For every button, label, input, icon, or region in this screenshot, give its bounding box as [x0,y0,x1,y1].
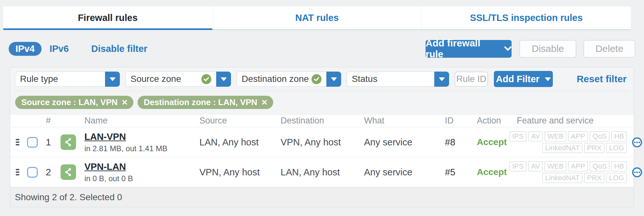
header-name: Name [81,116,196,126]
active-filter-chips: Source zone : LAN, VPN ✕ Destination zon… [15,91,629,114]
firewall-rules-panel: Rule type Source zone Destinat [10,67,634,207]
feature-badge: PRX [584,173,604,183]
destination-zone-dropdown[interactable]: Destination zone [236,72,341,87]
destination-zone-field[interactable]: Destination zone [236,72,326,87]
rule-id: #5 [440,167,472,178]
rule-traffic-stats: in 2.81 MB, out 1.41 MB [84,144,196,153]
header-action: Action [472,116,509,126]
destination-zone-dropdown-button[interactable] [326,72,341,87]
source-zone-dropdown-button[interactable] [216,72,231,87]
feature-badge: APP [568,131,588,142]
tab-nat-rules[interactable]: NAT rules [212,6,422,29]
source-zone-filter-chip[interactable]: Source zone : LAN, VPN ✕ [15,96,133,109]
feature-badge: LOG [606,173,627,183]
rule-type-dropdown-button[interactable] [105,72,120,87]
rule-destination: VPN, Any host [277,137,360,148]
rule-type-label: Rule type [20,74,58,84]
filter-applied-check-icon [312,74,322,84]
drag-handle-icon[interactable] [10,169,22,175]
disable-button[interactable]: Disable [519,40,576,58]
row-more-options-icon[interactable] [632,137,642,147]
feature-badges: IPS AV WEB APP QoS HB LinkedNAT PRX LOG [509,161,632,183]
traffic-share-icon[interactable] [61,164,76,180]
rule-source: LAN, Any host [196,137,277,148]
destination-zone-filter-chip[interactable]: Destination zone : LAN, VPN ✕ [138,96,273,109]
delete-button[interactable]: Delete [583,40,635,58]
row-checkbox[interactable] [27,137,38,148]
feature-badge: IPS [509,161,526,172]
source-zone-dropdown[interactable]: Source zone [125,72,231,87]
add-filter-label: Add Filter [496,74,539,84]
reset-filter-link[interactable]: Reset filter [577,74,627,84]
table-footer: Showing 2 of 2. Selected 0 [10,187,634,207]
remove-filter-icon[interactable]: ✕ [121,99,128,106]
header-what: What [360,116,440,126]
status-dropdown[interactable]: Status [347,72,449,87]
row-count-status: Showing 2 of 2. Selected 0 [15,192,122,202]
source-zone-field[interactable]: Source zone [125,72,216,87]
status-dropdown-button[interactable] [434,72,449,87]
rule-traffic-stats: in 0 B, out 0 B [84,174,196,183]
rule-name-link[interactable]: LAN-VPN [84,132,126,142]
dropdown-arrow-icon [221,77,227,81]
feature-badge: QoS [590,161,610,172]
add-filter-button[interactable]: Add Filter [494,71,553,87]
destination-zone-label: Destination zone [242,74,309,84]
rule-what: Any service [360,137,440,148]
status-field[interactable]: Status [347,72,434,87]
disable-filter-link[interactable]: Disable filter [91,44,147,54]
header-number: # [40,116,57,126]
ipv4-toggle[interactable]: IPv4 [9,42,42,56]
tab-firewall-rules[interactable]: Firewall rules [3,6,212,29]
filter-panel: Rule type Source zone Destinat [10,67,634,114]
header-destination: Destination [277,116,360,126]
row-number: 2 [40,167,57,178]
feature-badge: LOG [606,143,627,153]
add-firewall-rule-label: Add firewall rule [426,38,498,60]
status-label: Status [352,74,377,84]
rule-type-field[interactable]: Rule type [15,72,105,87]
rule-action: Accept [472,167,509,177]
traffic-share-icon[interactable] [61,134,76,150]
rule-id-input[interactable] [455,72,488,87]
dropdown-arrow-icon [331,77,337,81]
header-source: Source [196,116,277,126]
feature-badge: LinkedNAT [542,143,582,153]
chip-label: Source zone : LAN, VPN [21,97,118,107]
feature-badge: APP [568,161,588,172]
feature-badges: IPS AV WEB APP QoS HB LinkedNAT PRX LOG [509,131,632,153]
chevron-down-icon [504,46,512,51]
source-zone-label: Source zone [130,74,181,84]
feature-badge: HB [611,131,627,142]
tab-ssl-tls-inspection-rules[interactable]: SSL/TLS inspection rules [421,6,631,29]
feature-badge: WEB [544,161,566,172]
feature-badge: AV [528,131,543,142]
rule-destination: LAN, Any host [277,167,360,178]
table-header-row: # Name Source Destination What ID Action… [10,114,634,127]
feature-badge: HB [611,161,627,172]
drag-handle-icon[interactable] [10,139,22,145]
tab-label: SSL/TLS inspection rules [470,13,583,23]
table-row: 2 VPN-LAN in 0 B, out 0 B VPN, Any host … [10,157,634,187]
rule-type-dropdown[interactable]: Rule type [15,72,120,87]
table-row: 1 LAN-VPN in 2.81 MB, out 1.41 MB LAN, A… [10,127,634,157]
rule-source: VPN, Any host [196,167,277,178]
feature-badge: PRX [584,143,604,153]
feature-badge: LinkedNAT [542,173,582,183]
remove-filter-icon[interactable]: ✕ [261,99,268,106]
feature-badge: QoS [590,131,610,142]
rule-id: #8 [440,137,472,148]
row-number: 1 [40,137,57,148]
feature-badge: AV [528,161,543,172]
row-more-options-icon[interactable] [632,167,642,177]
rule-name-link[interactable]: VPN-LAN [84,162,126,172]
add-firewall-rule-button[interactable]: Add firewall rule [426,40,512,58]
header-id: ID [440,116,472,126]
dropdown-arrow-icon [545,77,551,81]
ipv6-toggle[interactable]: IPv6 [50,44,69,54]
tab-label: Firewall rules [78,13,138,23]
tab-label: NAT rules [295,13,339,23]
feature-badge: WEB [544,131,566,142]
row-checkbox[interactable] [27,167,38,178]
rule-action: Accept [472,137,509,147]
